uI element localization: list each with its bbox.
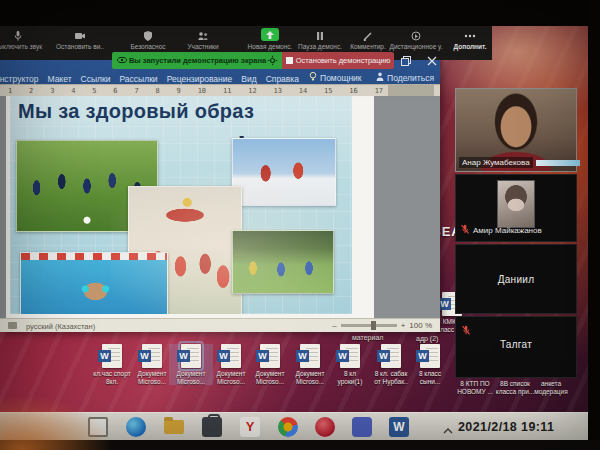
stop-video-button[interactable]: Остановить ви.. [52,28,108,50]
desktop-icon-document-3[interactable]: W ДокументMicroso... [209,344,253,385]
tab-help[interactable]: Справка [266,74,299,84]
window-controls [400,53,438,71]
lightbulb-icon [308,71,318,84]
word-doc-icon: W [142,344,162,368]
desktop-icon-anketa[interactable]: анкетамодерация [528,378,574,395]
restore-window-icon[interactable] [400,53,412,71]
participant-tile-talgat[interactable]: Талгат [455,316,577,378]
tab-constructor[interactable]: Конструктор [0,74,38,84]
new-share-button[interactable]: Новая демонс. [242,28,298,50]
taskview-icon[interactable] [88,417,108,437]
edge-icon[interactable] [126,417,146,437]
chrome-icon[interactable] [278,417,298,437]
word-doc-icon: W [102,344,122,368]
word-doc-icon: W [340,344,360,368]
tab-mailings[interactable]: Рассылки [119,74,157,84]
folder-icon[interactable] [164,420,184,434]
muted-mic-icon [460,224,470,237]
ruler-numbers: 1 2 3 4 5 6 7 8 9 10 11 12 13 14 15 16 1… [8,87,383,95]
muted-mic-icon [461,322,471,340]
tab-view[interactable]: Вид [241,74,256,84]
desktop-icon-label-material[interactable]: материал [352,334,383,341]
desktop-icon-document-2-selected[interactable]: W ДокументMicroso... [169,344,213,385]
slide-photo-skiing-kids [232,138,336,206]
settings-icon[interactable] [267,52,278,70]
tab-references[interactable]: Ссылки [81,74,111,84]
opera-icon[interactable] [315,417,335,437]
participant-tile-daniil[interactable]: Даниил [455,244,577,314]
proofing-icon [8,322,17,329]
desktop-icon-8klass[interactable]: W 8 класссыни... [408,344,452,385]
word-doc-icon: W [420,344,440,368]
more-button[interactable]: Дополнит. [444,28,496,50]
share-screen-icon [242,28,298,42]
tab-assistant[interactable]: Помощник [308,71,362,84]
word-doc-icon: W [221,344,241,368]
slide-image: Мы за здоровый образ ! [10,96,352,314]
sharing-banner-text: Вы запустили демонстрацию экрана [128,56,267,65]
desktop-icon-label-adr[interactable]: адр (2) [416,335,438,342]
bezel-top [0,0,600,26]
screen-photo: Выключить звук Остановить ви.. Безопасно… [0,0,600,450]
slide-photo-swimming-boy [20,252,168,314]
zoom-level[interactable]: 100 % [409,321,432,330]
participants-button[interactable]: Участники [175,28,231,50]
ruler-margin-zone [388,85,434,96]
security-button[interactable]: Безопаснос [120,28,176,50]
participant-name: Амир Майкажанов [473,226,542,235]
tab-review[interactable]: Рецензирование [167,74,233,84]
bezel-right [588,0,600,450]
zoom-control: – + 100 % [332,321,432,330]
yandex-icon[interactable]: Y [240,417,260,437]
zoom-slider-thumb[interactable] [371,321,376,330]
participants-icon [175,28,231,42]
participant-tile-avatar[interactable]: Амир Майкажанов [455,174,577,242]
ruler[interactable]: 1 2 3 4 5 6 7 8 9 10 11 12 13 14 15 16 1… [0,84,440,96]
tab-layout[interactable]: Макет [47,74,71,84]
participants-panel: Анар Жумабекова Амир Майкажанов Даниил Т… [455,88,577,378]
desktop-icon-document-1[interactable]: W ДокументMicroso... [130,344,174,385]
taskbar: Y W 2021/2/18 19:11 [0,412,588,440]
word-icon[interactable]: W [389,417,409,437]
document-area[interactable]: Мы за здоровый образ ! [0,96,440,318]
desktop-icon-document-5[interactable]: W ДокументMicroso... [288,344,332,385]
participant-tile-video[interactable]: Анар Жумабекова [455,88,577,172]
mute-button[interactable]: Выключить звук [0,28,46,50]
word-doc-icon: W [181,344,201,368]
word-doc-icon: W [381,344,401,368]
microphone-icon [0,28,46,42]
participant-name: Даниил [456,274,576,285]
status-bar: русский (Казахстан) – + 100 % [0,318,440,332]
tray-chevron-icon[interactable] [442,422,454,440]
desktop-icon-document-4[interactable]: W ДокументMicroso... [248,344,292,385]
avatar [497,180,535,228]
explorer-icon[interactable] [202,417,222,437]
remote-control-button[interactable]: Дистанционное у. [384,28,448,50]
bezel-bottom [0,440,600,450]
desktop-icon-8kl-sabak[interactable]: W 8 кл. сабакот Нурбак.. [369,344,413,385]
word-doc-icon: W [300,344,320,368]
zoom-in-button[interactable]: + [401,321,406,330]
visibility-icon [116,52,128,70]
teams-icon[interactable] [352,417,372,437]
share-button[interactable]: Поделиться [375,71,434,84]
zoom-out-button[interactable]: – [332,321,336,330]
language-indicator[interactable]: русский (Казахстан) [26,322,95,331]
desktop-icon-klchas-sport[interactable]: W кл.час спорт8кл. [90,344,134,385]
slide-photo-running-race [232,230,334,294]
close-window-icon[interactable] [426,53,438,71]
camera-icon [52,28,108,42]
audio-level-bar [536,160,580,166]
shield-icon [120,28,176,42]
word-window: Конструктор Макет Ссылки Рассылки Реценз… [0,58,440,332]
taskbar-clock[interactable]: 2021/2/18 19:11 [458,420,554,434]
desktop-icon-8kl-uroki[interactable]: W 8 клуроки(1) [328,344,372,385]
stop-share-button[interactable]: Остановить демонстрацию [282,52,394,69]
person-icon [375,71,385,84]
zoom-slider[interactable] [341,324,397,327]
more-icon [444,28,496,42]
remote-control-icon [384,28,448,42]
participant-name: Талгат [456,339,576,350]
word-doc-icon: W [260,344,280,368]
participant-name: Анар Жумабекова [459,157,533,168]
